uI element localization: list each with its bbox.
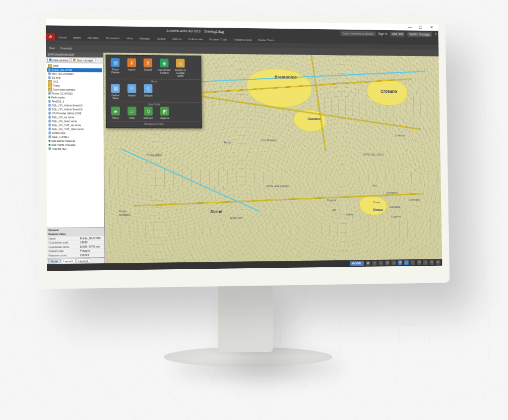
tab-collaborate[interactable]: Collaborate xyxy=(186,37,206,42)
tree-item[interactable]: SIAML-Dist xyxy=(48,131,103,135)
tab-manage[interactable]: Manage xyxy=(137,36,153,41)
tree-item[interactable]: SQL_OC_TUT_sa roma xyxy=(48,123,103,127)
status-gear-icon[interactable]: ⚙ xyxy=(417,260,421,265)
status-scale-icon[interactable]: ⟟ xyxy=(410,260,415,265)
panel-button[interactable]: ⬆Export xyxy=(141,59,155,77)
status-grid-icon[interactable]: ▦ xyxy=(366,261,370,266)
tab-output[interactable]: Output xyxy=(154,36,168,42)
panel-icon: ▰ xyxy=(111,107,120,116)
status-monitor-icon[interactable]: ▭ xyxy=(430,260,434,265)
data-sources-icon xyxy=(49,59,52,61)
maximize-button[interactable]: ▢ xyxy=(417,25,425,30)
status-plus-icon[interactable]: ＋ xyxy=(423,260,428,265)
doc-tab-drawing1[interactable]: Drawing1 xyxy=(60,47,72,51)
map-label: Gal xyxy=(332,208,336,211)
topbar-bim360[interactable]: BIM 360 xyxy=(390,32,404,37)
sidebar: SPATIALMANAGER Data sources Task manager… xyxy=(46,52,105,264)
minimize-button[interactable]: — xyxy=(406,25,414,30)
status-menu-icon[interactable]: ≡ xyxy=(436,260,440,265)
map-label: PRADELERA xyxy=(146,153,162,157)
panel-button[interactable]: ⎘Attach xyxy=(125,84,139,100)
layout-tab-model[interactable]: Model xyxy=(48,259,61,263)
signin-link[interactable]: Sign In xyxy=(378,32,387,36)
layout-tab-layout1[interactable]: Layout1 xyxy=(61,259,75,263)
map-label: Brugnoi xyxy=(327,199,336,202)
panel-button[interactable]: ▤ShowPalette xyxy=(108,58,123,77)
panel-button[interactable]: ◎Export toGoogle Earth xyxy=(173,59,188,77)
panel-icon: ▤ xyxy=(111,58,120,67)
road-main-4 xyxy=(307,53,326,151)
tab-view[interactable]: View xyxy=(124,36,135,41)
panel-button[interactable]: ↻Refresh xyxy=(141,107,155,120)
panel-icon: ▱ xyxy=(127,107,136,116)
panel-label: Show xyxy=(112,117,119,120)
panel-icon: ⬇ xyxy=(127,59,136,67)
status-osnap-icon[interactable]: ◇ xyxy=(391,260,396,265)
properties-table: NameBuilds_SS-UTM3Coordinate code23030Co… xyxy=(47,236,105,258)
panel-icon: ◎ xyxy=(176,59,185,68)
layout-tab-layout2[interactable]: Layout2 xyxy=(76,258,90,263)
tab-home[interactable]: Home xyxy=(56,35,70,40)
status-snap-icon[interactable]: ⌖ xyxy=(372,261,377,266)
spatial-manager-ribbon-panel: ▤ShowPalette⬇Import⬆Export◉CoordinateSys… xyxy=(106,55,202,128)
map-label: Cazzano xyxy=(308,117,321,121)
status-polar-icon[interactable]: ◔ xyxy=(385,261,389,266)
panel-label: DefineTable xyxy=(112,94,120,100)
panel-button[interactable]: ▱Hide xyxy=(125,107,139,120)
monitor: — ▢ ✕ Autodesk AutoCAD 2019 Drawing1.dwg… xyxy=(38,11,450,289)
tab-addins[interactable]: Add-ins xyxy=(169,36,185,42)
autocad-logo-icon[interactable]: A xyxy=(46,33,55,40)
sidebar-tab-data[interactable]: Data sources xyxy=(47,58,70,62)
panel-label: Export toGoogle Earth xyxy=(173,68,188,77)
tab-featured[interactable]: Featured Apps xyxy=(231,37,254,43)
panel-icon: ⎘ xyxy=(127,84,136,93)
tab-raster[interactable]: Raster Tools xyxy=(255,37,277,43)
tab-insert[interactable]: Insert xyxy=(70,35,84,41)
panel-button[interactable]: ⬇Import xyxy=(125,58,139,77)
map-label: Baitula xyxy=(346,213,354,217)
map-label: Orto Bolognin xyxy=(261,139,277,142)
map-label: Ponte della Fugosa xyxy=(266,184,289,188)
map-label: PONT DEL DIAOL xyxy=(363,153,384,156)
map-label: Dosso xyxy=(373,208,383,212)
search-input[interactable]: Type a keyword or phrase xyxy=(340,31,376,37)
map-label: Crosano xyxy=(381,89,397,94)
help-icon[interactable]: ? xyxy=(435,33,436,36)
panel-button[interactable]: ◉CoordinateSystem xyxy=(157,59,171,77)
close-button[interactable]: ✕ xyxy=(427,25,435,30)
map-label: Brentonico xyxy=(274,75,297,80)
tab-parametric[interactable]: Parametric xyxy=(103,35,123,41)
panel-button[interactable]: ▰Show xyxy=(108,107,123,120)
map-canvas[interactable]: ▤ShowPalette⬇Import⬆Export◉CoordinateSys… xyxy=(104,53,442,263)
map-label: Sorne xyxy=(210,209,222,215)
panel-label: CoordinateSystem xyxy=(158,68,171,74)
tab-express[interactable]: Express Tools xyxy=(206,37,230,42)
sidebar-tab-task[interactable]: Task manager xyxy=(71,58,96,62)
status-run-icon[interactable]: 人 xyxy=(404,260,409,265)
panel-label: Hide xyxy=(129,117,135,120)
monitor-neck xyxy=(218,283,273,352)
tree-item[interactable]: Site Points (PENZ)1 xyxy=(48,143,103,147)
map-label: Cazzarelli xyxy=(389,205,400,208)
panel-label: Export xyxy=(144,68,152,71)
status-model-chip[interactable]: MODEL xyxy=(350,261,364,266)
topbar-spatialmanager[interactable]: Spatial Manager xyxy=(407,32,432,37)
task-manager-icon xyxy=(73,59,76,61)
panel-label: Import xyxy=(128,68,135,71)
tree-item[interactable]: Test file NE? xyxy=(48,147,103,151)
map-label: Corne xyxy=(373,201,380,204)
doc-tab-start[interactable]: Start xyxy=(49,47,56,50)
tab-annotate[interactable]: Annotate xyxy=(85,35,102,41)
map-label: Tordoi xyxy=(224,141,231,144)
data-source-tree[interactable]: SHPBuilds_SS-UTM3Mun_SS-UTM30NSS.shpXYZT… xyxy=(46,63,104,228)
status-ortho-icon[interactable]: ∟ xyxy=(379,261,383,266)
status-walk-icon[interactable]: ✱ xyxy=(398,260,402,265)
panel-button[interactable]: ⎗Detach xyxy=(141,84,155,100)
panel-button[interactable]: ▦DefineTable xyxy=(108,84,123,100)
tree-item[interactable]: Site points PENZ(1) xyxy=(48,139,103,143)
map-label: Ere xyxy=(373,184,377,187)
tree-item[interactable]: RED_1 (KML) xyxy=(48,135,103,139)
panel-button[interactable]: ◩Capture xyxy=(157,107,172,120)
tree-item[interactable]: SQL_OC_TUT_User roma xyxy=(48,127,103,131)
panel-group-bgmap: Background Map xyxy=(108,121,199,126)
